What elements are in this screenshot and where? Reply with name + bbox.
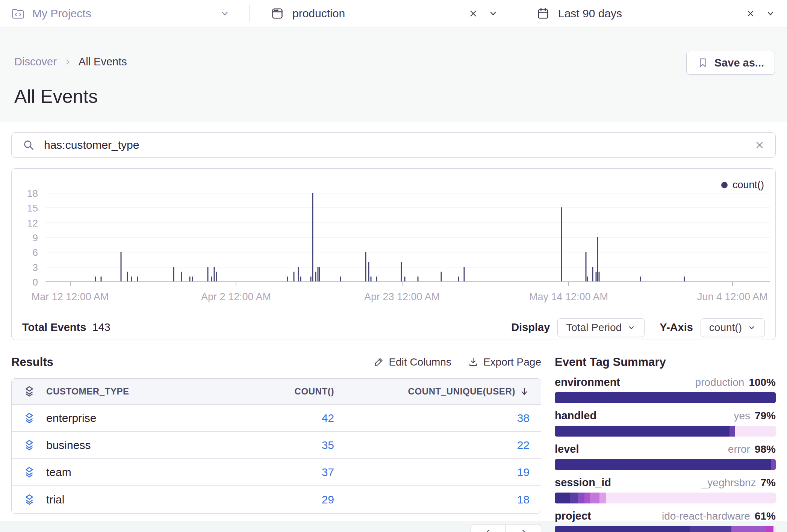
clear-date-icon[interactable] xyxy=(746,9,755,18)
chart-bar[interactable] xyxy=(404,277,406,281)
chart-bar[interactable] xyxy=(368,262,369,281)
chart-bar[interactable] xyxy=(120,252,121,281)
tag-distribution-bar[interactable] xyxy=(555,426,776,437)
chart-bar[interactable] xyxy=(440,272,442,281)
x-axis-label: May 14 12:00 AM xyxy=(529,291,608,303)
table-row[interactable]: business3522 xyxy=(12,432,541,459)
chart-bar[interactable] xyxy=(370,277,371,281)
project-selector[interactable]: My Projects xyxy=(0,0,249,27)
bookmark-icon xyxy=(697,57,708,68)
tag-bar-segment xyxy=(555,493,570,503)
chart-bar[interactable] xyxy=(596,272,597,281)
environment-filter[interactable]: production xyxy=(250,0,515,27)
tag-distribution-bar[interactable] xyxy=(555,459,776,470)
tag-bar-segment xyxy=(731,526,766,532)
chart-bar[interactable] xyxy=(287,277,288,281)
tag-key: level xyxy=(555,443,579,455)
tag-top-value: yes xyxy=(734,410,750,422)
chart-bar[interactable] xyxy=(640,277,641,281)
chart-bar[interactable] xyxy=(586,252,587,281)
pencil-icon xyxy=(373,357,384,367)
total-events-value: 143 xyxy=(92,321,110,334)
chart-bar[interactable] xyxy=(131,277,132,281)
chart-bar[interactable] xyxy=(211,277,212,281)
table-row[interactable]: enterprise4238 xyxy=(12,405,541,432)
cell-count-link[interactable]: 29 xyxy=(210,493,334,506)
column-header-count[interactable]: COUNT() xyxy=(210,386,334,397)
chart-bar[interactable] xyxy=(173,267,174,281)
tag-summary-list: environmentproduction100%handledyes79%le… xyxy=(555,376,776,532)
chart-bar[interactable] xyxy=(464,267,465,281)
table-row[interactable]: trial2918 xyxy=(12,486,541,513)
pagination-next-button[interactable] xyxy=(506,524,541,532)
tag-distribution-bar[interactable] xyxy=(555,392,776,403)
date-range-filter[interactable]: Last 90 days xyxy=(515,0,787,27)
chart-bar[interactable] xyxy=(310,277,311,281)
chart-bar[interactable] xyxy=(214,267,215,281)
chart-bar[interactable] xyxy=(298,267,299,281)
chart-bar[interactable] xyxy=(684,277,685,281)
breadcrumb-discover-link[interactable]: Discover xyxy=(14,56,57,68)
chart-bar[interactable] xyxy=(127,272,128,281)
search-input[interactable] xyxy=(43,138,746,152)
chart-bar[interactable] xyxy=(376,277,377,281)
display-select[interactable]: Total Period xyxy=(557,318,645,337)
tag-distribution-bar[interactable] xyxy=(555,526,776,532)
cell-count-link[interactable]: 35 xyxy=(210,439,334,452)
cell-count-unique-user-link[interactable]: 18 xyxy=(334,493,530,506)
chart-bar[interactable] xyxy=(401,262,402,281)
chart-bar[interactable] xyxy=(137,277,138,281)
cell-customer-type: trial xyxy=(23,493,210,506)
chart-gridline xyxy=(45,267,770,268)
chart-bar[interactable] xyxy=(207,267,208,281)
events-chart[interactable]: count() 0369121518Mar 12 12:00 AMApr 2 1… xyxy=(12,169,775,315)
edit-columns-button[interactable]: Edit Columns xyxy=(373,356,451,368)
table-row[interactable]: team3719 xyxy=(12,459,541,486)
chart-bar[interactable] xyxy=(95,277,96,281)
tag-bar-segment xyxy=(578,493,584,503)
chart-bar[interactable] xyxy=(592,267,593,281)
cell-count-unique-user-link[interactable]: 19 xyxy=(334,466,530,479)
cell-count-link[interactable]: 37 xyxy=(210,466,334,479)
breadcrumb-chevron-icon xyxy=(64,58,72,66)
chart-bar[interactable] xyxy=(319,267,320,281)
chart-bar[interactable] xyxy=(216,272,217,281)
chart-bar[interactable] xyxy=(181,272,182,281)
clear-search-icon[interactable] xyxy=(754,140,765,150)
chart-bar[interactable] xyxy=(189,277,190,281)
chart-bar[interactable] xyxy=(561,207,562,281)
chart-bar[interactable] xyxy=(597,237,598,281)
chart-bar[interactable] xyxy=(101,277,102,281)
chart-bar[interactable] xyxy=(417,277,418,281)
export-page-button[interactable]: Export Page xyxy=(468,356,541,368)
y-axis-label: 15 xyxy=(11,203,38,213)
tag-distribution-bar[interactable] xyxy=(555,493,776,503)
cell-count-unique-user-link[interactable]: 22 xyxy=(334,439,530,452)
pagination-previous-button[interactable] xyxy=(471,524,506,532)
clear-environment-icon[interactable] xyxy=(468,9,478,18)
sort-desc-arrow-icon[interactable] xyxy=(519,386,530,397)
column-header-count-unique-user[interactable]: COUNT_UNIQUE(USER) xyxy=(408,386,515,397)
cell-customer-type: team xyxy=(23,466,210,479)
chart-bar[interactable] xyxy=(598,272,599,281)
chart-bar[interactable] xyxy=(315,272,316,281)
chevron-down-icon xyxy=(488,8,498,19)
chart-bar[interactable] xyxy=(312,193,313,281)
chart-bar[interactable] xyxy=(300,277,301,281)
chart-bar[interactable] xyxy=(365,252,366,281)
save-as-button[interactable]: Save as... xyxy=(686,51,775,75)
chart-bar[interactable] xyxy=(458,277,459,281)
layers-icon xyxy=(23,439,36,452)
chart-bar[interactable] xyxy=(317,267,318,281)
yaxis-select[interactable]: count() xyxy=(701,318,765,337)
chart-bar[interactable] xyxy=(294,272,295,281)
cell-count-unique-user-link[interactable]: 38 xyxy=(334,412,530,425)
tag-bar-segment xyxy=(590,493,599,503)
chart-bar[interactable] xyxy=(340,277,341,281)
x-axis-label: Jun 4 12:00 AM xyxy=(697,291,768,303)
column-header-customer-type[interactable]: CUSTOMER_TYPE xyxy=(46,386,129,397)
chart-bar[interactable] xyxy=(192,277,193,281)
cell-count-link[interactable]: 42 xyxy=(210,412,334,425)
legend-dot-icon xyxy=(721,182,728,188)
chart-bar[interactable] xyxy=(587,277,588,281)
